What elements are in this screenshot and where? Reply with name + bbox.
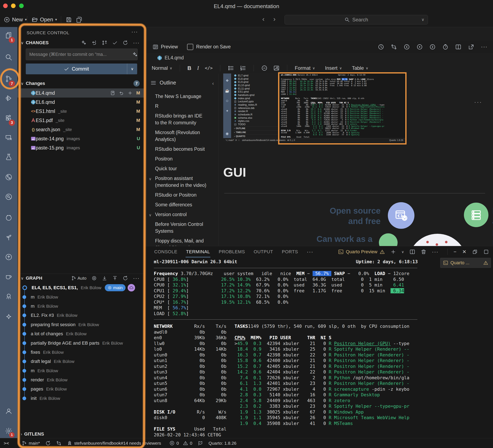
panel-tab-output[interactable]: OUTPUT: [253, 246, 273, 257]
run-debug-icon[interactable]: [5, 95, 12, 102]
target-icon[interactable]: [91, 276, 97, 281]
sparkle-icon[interactable]: [81, 40, 87, 45]
image-button[interactable]: [273, 65, 280, 71]
terminal-session-item[interactable]: Quarto ...: [440, 258, 491, 268]
more-actions-icon[interactable]: ···: [131, 29, 138, 35]
outline-item[interactable]: Some differences: [155, 201, 216, 208]
close-panel-icon[interactable]: ✕: [462, 249, 466, 255]
open-external-icon[interactable]: [468, 44, 474, 50]
commit-row[interactable]: EL2. Fix #3Erik Bülow: [17, 311, 146, 320]
more-actions-icon[interactable]: ···: [481, 43, 488, 50]
testing-icon[interactable]: [5, 153, 12, 161]
fetch-down-icon[interactable]: [102, 276, 107, 281]
nav-back-icon[interactable]: ‹: [262, 15, 265, 23]
terminal-network-block[interactable]: NETWORK Rx/s Tx/s TASKS1149 (5759 thr), …: [154, 323, 409, 438]
outline-item[interactable]: The New S Language: [155, 93, 216, 100]
open-button[interactable]: Open▾: [32, 12, 57, 27]
commit-row[interactable]: draft legalErik Bülow: [17, 357, 146, 366]
gitlens-section-header[interactable]: › GITLENS: [17, 430, 146, 438]
save-all-button[interactable]: [76, 12, 82, 27]
table-menu[interactable]: Table∨: [352, 65, 368, 71]
sync-icon[interactable]: [45, 440, 51, 446]
compare-changes-icon[interactable]: [391, 44, 397, 50]
remote-indicator[interactable]: ><: [4, 441, 9, 446]
outline-item[interactable]: Microsoft (RevolutionAnalytics): [155, 129, 216, 143]
commit-message-input[interactable]: [26, 49, 138, 60]
commit-row[interactable]: renderErik Bülow: [17, 375, 146, 384]
branch-badge[interactable]: main: [105, 284, 126, 291]
preview-button[interactable]: Preview: [153, 44, 178, 50]
commit-row[interactable]: partially Bridge AGE and EB partsErik Bü…: [17, 338, 146, 348]
render-on-save-checkbox[interactable]: [187, 44, 193, 50]
panel-tab-ports[interactable]: PORTS: [281, 246, 298, 257]
refresh-icon[interactable]: [123, 40, 128, 45]
commit-dropdown[interactable]: ∨: [127, 64, 137, 74]
branch-status-item[interactable]: main*: [22, 441, 40, 446]
restore-panel-icon[interactable]: [472, 249, 478, 255]
run-timer-icon[interactable]: [442, 44, 448, 50]
italic-button[interactable]: I: [197, 65, 199, 71]
auto-branch-toggle[interactable]: Auto: [71, 276, 87, 281]
discard-changes-icon[interactable]: [119, 91, 124, 96]
chevron-down-icon[interactable]: ∨: [421, 17, 425, 22]
commit-row[interactable]: preparing first sessionErik Bülow: [17, 320, 146, 329]
compare-icon[interactable]: [56, 440, 62, 446]
insert-menu[interactable]: Insert∨: [325, 65, 342, 71]
commit-row[interactable]: mErik Bülow: [17, 292, 146, 301]
new-terminal-icon[interactable]: [390, 249, 396, 255]
commit-row[interactable]: mErik Bülow: [17, 366, 146, 375]
split-terminal-icon[interactable]: [409, 249, 415, 255]
commit-row[interactable]: initErik Bülow: [17, 394, 146, 403]
changed-file-row[interactable]: EL6.qmdM: [17, 97, 146, 107]
terminal-cpu-block[interactable]: Frequency 3.70/3.70GHz user system idle …: [154, 271, 409, 316]
code-button[interactable]: </>: [205, 66, 213, 71]
repo-status-item[interactable]: stefvanbuuren/fimdbook#14 needs reviewer…: [67, 440, 161, 446]
link-button[interactable]: [261, 65, 268, 71]
outline-item[interactable]: ∨Positron assistant(mentioned in the vid…: [155, 175, 216, 189]
commit-row[interactable]: mErik Bülow: [17, 302, 146, 311]
remote-explorer-icon[interactable]: [5, 134, 12, 141]
outline-item[interactable]: Floppy discs, Mail, andShared Directorie…: [155, 237, 216, 246]
plant-icon[interactable]: [5, 234, 12, 241]
panel-tab-console[interactable]: CONSOLE: [154, 246, 178, 257]
nav-forward-icon[interactable]: ›: [273, 15, 276, 23]
changed-file-row[interactable]: paste-14.pngimagesU: [17, 134, 146, 143]
search-view-icon[interactable]: [5, 53, 12, 61]
panel-tab-problems[interactable]: PROBLEMS: [218, 246, 245, 257]
discard-icon[interactable]: [91, 40, 97, 45]
octopus-icon[interactable]: [5, 293, 12, 300]
outline-item[interactable]: RStudio or Positron: [155, 192, 216, 198]
paragraph-style-select[interactable]: Normal∨: [152, 65, 172, 71]
quarto-version-item[interactable]: Quarto: 1.8.26: [208, 441, 236, 446]
push-up-icon[interactable]: [112, 276, 118, 281]
commit-button[interactable]: Commit ∨: [26, 64, 137, 74]
new-button[interactable]: New▾: [4, 12, 27, 27]
changes-tree-header[interactable]: ∨ Changes 7: [17, 79, 146, 88]
stage-all-icon[interactable]: [102, 40, 107, 45]
format-menu[interactable]: Format∨: [295, 65, 315, 71]
graph-section-header[interactable]: ∨ GRAPH Auto ···: [17, 274, 146, 283]
outline-menu-icon[interactable]: [150, 80, 156, 86]
minimize-panel-icon[interactable]: −: [454, 249, 456, 255]
collapse-outline-icon[interactable]: ‹: [212, 81, 214, 86]
refresh-icon[interactable]: [123, 276, 128, 281]
spark-icon[interactable]: [5, 313, 12, 321]
save-button[interactable]: [66, 12, 72, 27]
nav-dot-circle-icon[interactable]: [416, 44, 423, 50]
search-input[interactable]: Search ∨: [285, 15, 428, 24]
render-flag-icon[interactable]: [198, 440, 203, 446]
outline-item[interactable]: RStudio becomes Posit: [155, 146, 216, 153]
github-icon[interactable]: [5, 214, 12, 221]
sync-preview-icon[interactable]: [378, 44, 384, 50]
changed-file-row[interactable]: {}search.json_siteM: [17, 125, 146, 134]
changed-file-row[interactable]: ES1.pdf_siteM: [17, 116, 146, 125]
commit-row[interactable]: EL4, EL5, ECS1, ES1,Erik Bülowmain: [17, 283, 146, 292]
outline-item[interactable]: RStudio brings an IDEto the R community: [155, 113, 216, 126]
nav-forward-circle-icon[interactable]: [429, 44, 436, 50]
terminal-profile-chevron-icon[interactable]: ∨: [402, 250, 404, 254]
more-actions-icon[interactable]: ···: [133, 40, 140, 46]
outline-item[interactable]: Quick tour: [155, 165, 216, 172]
panel-tab-terminal[interactable]: TERMINAL: [186, 246, 210, 257]
problems-status-item[interactable]: 0 0: [169, 440, 192, 446]
commit-check-icon[interactable]: [112, 40, 118, 45]
